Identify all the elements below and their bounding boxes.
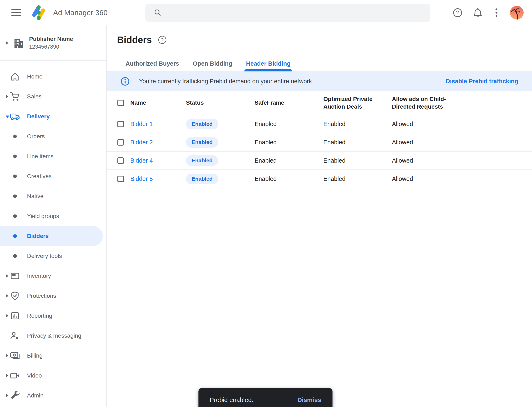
toast-message: Prebid enabled. [210,396,253,403]
sidebar-item-label: Home [27,73,43,80]
video-icon [9,370,20,381]
column-header-child-directed: Allow ads on Child-Directed Requests [392,95,448,111]
safeframe-cell: Enabled [255,139,323,146]
sidebar-item-label: Line items [27,153,54,160]
sidebar-item-native[interactable]: Native [0,186,106,206]
sidebar-item-bidders[interactable]: Bidders [0,226,103,246]
sidebar-item-delivery[interactable]: Delivery [0,107,106,126]
sidebar-item-creatives[interactable]: Creatives [0,166,106,186]
tab-open-bidding[interactable]: Open Bidding [193,56,232,71]
child-directed-cell: Allowed [392,121,532,127]
svg-text:?: ? [161,37,163,42]
publisher-selector[interactable]: Publisher Name 1234567890 [0,25,106,61]
opa-deals-cell: Enabled [323,121,392,127]
caret-right-icon [5,374,9,378]
sidebar-item-billing[interactable]: Billing [0,346,106,366]
select-all-checkbox[interactable] [117,100,124,106]
sidebar-item-privacy-and-messaging[interactable]: Privacy & messaging [0,326,106,346]
menu-icon[interactable] [11,9,21,16]
more-options-icon[interactable] [495,0,498,25]
search-bar[interactable] [145,4,430,22]
opa-deals-cell: Enabled [323,175,392,182]
sidebar-item-label: Billing [27,352,43,359]
sidebar-item-inventory[interactable]: Inventory [0,266,106,286]
dot-icon [9,134,20,139]
search-input[interactable] [168,9,430,16]
row-checkbox[interactable] [117,157,124,164]
sidebar-item-label: Native [27,193,43,200]
banner-message: You’re currently trafficking Prebid dema… [139,78,312,85]
caret-right-icon [5,94,9,99]
sidebar-item-label: Inventory [27,273,51,279]
tab-label: Open Bidding [193,60,232,67]
opa-deals-cell: Enabled [323,139,392,146]
tab-header-bidding[interactable]: Header Bidding [246,56,290,71]
sidebar-item-label: Yield groups [27,213,59,219]
column-header-opa-deals: Optimized Private Auction Deals [323,95,375,111]
table-row-bidder-4: Bidder 4EnabledEnabledEnabledAllowed [107,152,532,170]
status-badge: Enabled [186,174,218,184]
bidder-link[interactable]: Bidder 4 [130,157,153,164]
opa-deals-cell: Enabled [323,157,392,164]
safeframe-cell: Enabled [255,157,323,164]
row-checkbox[interactable] [117,121,124,127]
sidebar-item-protections[interactable]: Protections [0,286,106,306]
status-badge: Enabled [186,137,218,148]
sidebar-item-sales[interactable]: Sales [0,86,106,107]
page-title: Bidders [117,34,152,45]
prebid-info-banner: You’re currently trafficking Prebid dema… [107,71,532,91]
toast-dismiss-button[interactable]: Dismiss [297,396,321,403]
sidebar-item-orders[interactable]: Orders [0,126,106,146]
caret-right-icon [5,294,9,298]
sidebar-item-delivery-tools[interactable]: Delivery tools [0,246,106,266]
sidebar-item-label: Bidders [27,233,49,239]
account-avatar[interactable] [510,6,524,20]
status-badge: Enabled [186,119,218,129]
sidebar-item-admin[interactable]: Admin [0,386,106,406]
dot-icon [9,154,20,158]
bidder-link[interactable]: Bidder 2 [130,139,153,146]
admin-icon [9,390,20,401]
app-title: Ad Manager 360 [53,0,108,25]
dot-icon [9,174,20,178]
notifications-icon[interactable] [473,0,483,25]
sidebar-item-home[interactable]: Home [0,67,106,86]
bidder-link[interactable]: Bidder 5 [130,175,153,182]
help-button[interactable]: ? [453,0,463,25]
home-icon [9,71,20,82]
truck-icon [9,111,20,122]
dot-icon [9,194,20,198]
caret-right-icon [5,314,9,318]
row-checkbox[interactable] [117,139,124,146]
shield-icon [9,291,20,301]
bidder-link[interactable]: Bidder 1 [130,121,153,127]
page-help-icon[interactable]: ? [158,35,167,44]
publisher-id: 1234567890 [29,44,73,50]
cart-icon [9,91,20,102]
tab-bar: Authorized BuyersOpen BiddingHeader Bidd… [107,56,532,71]
sidebar-item-label: Orders [27,133,45,140]
table-body: Bidder 1EnabledEnabledEnabledAllowedBidd… [107,115,532,188]
caret-right-icon [5,354,9,358]
privacy-icon [9,330,20,341]
sidebar-item-line-items[interactable]: Line items [0,146,106,166]
ad-manager-logo [31,5,47,21]
dot-icon [9,214,20,218]
table-header-row: Name Status SafeFrame Optimized Private … [107,91,532,115]
sidebar-item-label: Admin [27,392,43,399]
sidebar-item-label: Delivery tools [27,253,62,259]
main-content: Bidders ? Authorized BuyersOpen BiddingH… [107,25,532,407]
row-checkbox[interactable] [117,176,124,182]
column-header-safeframe: SafeFrame [255,99,323,107]
tab-authorized-buyers[interactable]: Authorized Buyers [126,56,179,71]
disable-prebid-link[interactable]: Disable Prebid trafficking [445,78,518,85]
tab-label: Header Bidding [246,60,290,67]
sidebar-item-label: Privacy & messaging [27,332,81,339]
table-row-bidder-5: Bidder 5EnabledEnabledEnabledAllowed [107,170,532,188]
tab-label: Authorized Buyers [126,60,179,67]
svg-text:?: ? [456,9,459,15]
sidebar-item-yield-groups[interactable]: Yield groups [0,206,106,226]
sidebar-item-label: Delivery [27,113,50,120]
sidebar-item-reporting[interactable]: Reporting [0,306,106,326]
sidebar-item-video[interactable]: Video [0,366,106,386]
